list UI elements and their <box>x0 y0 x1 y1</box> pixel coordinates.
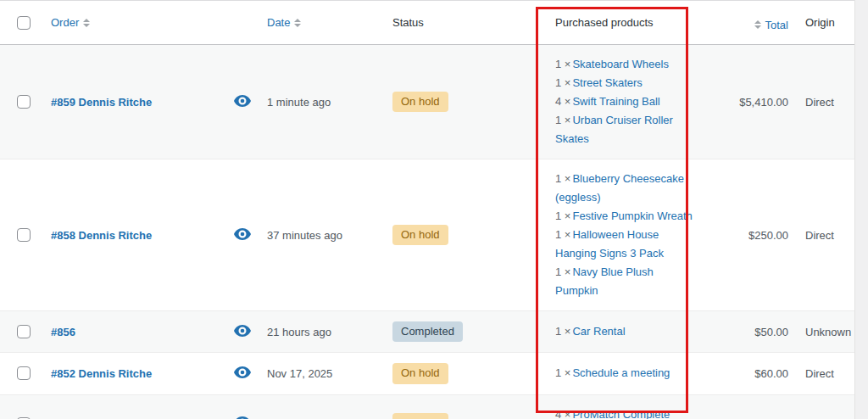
order-date: 37 minutes ago <box>259 159 381 311</box>
preview-eye-icon[interactable] <box>234 228 251 240</box>
order-origin: Direct <box>795 45 854 159</box>
row-checkbox[interactable] <box>17 228 31 242</box>
order-origin: Direct <box>795 159 854 311</box>
product-qty: 1 × <box>555 76 570 89</box>
product-line: 1 ×Blueberry Cheesecake (eggless) <box>555 170 693 207</box>
product-line: 1 ×Street Skaters <box>555 74 693 92</box>
order-link[interactable]: #858 Dennis Ritche <box>51 229 152 242</box>
order-origin: Unknown <box>795 311 854 353</box>
select-all-checkbox[interactable] <box>17 16 31 30</box>
table-row: #856 21 hours ago Completed 1 ×Car Renta… <box>0 311 854 353</box>
order-total: $8,010.00 <box>716 394 795 419</box>
product-line: 4 ×Swift Training Ball <box>555 92 693 111</box>
product-qty: 4 × <box>555 408 570 419</box>
order-total: $60.00 <box>716 353 795 394</box>
column-header-date[interactable]: Date <box>267 16 301 29</box>
product-line: 1 ×Festive Pumpkin Wreath <box>555 207 693 226</box>
product-link[interactable]: Festive Pumpkin Wreath <box>572 210 692 222</box>
row-checkbox[interactable] <box>17 325 31 338</box>
product-qty: 1 × <box>555 114 570 126</box>
order-date: Nov 17, 2025 <box>259 394 381 419</box>
table-row: #859 Dennis Ritche 1 minute ago On hold … <box>0 45 854 159</box>
orders-table: Order Date Status Purchased products <box>0 0 854 419</box>
order-origin: Direct <box>795 353 854 394</box>
column-header-order[interactable]: Order <box>51 16 90 29</box>
order-total: $5,410.00 <box>716 45 795 159</box>
column-header-purchased-products: Purchased products <box>542 1 716 45</box>
product-line: 1 ×Skateboard Wheels <box>555 55 693 74</box>
orders-page: Order Date Status Purchased products <box>0 0 868 419</box>
product-list: 1 ×Skateboard Wheels 1 ×Street Skaters 4… <box>555 55 693 148</box>
product-qty: 1 × <box>555 228 570 241</box>
column-header-total-label: Total <box>765 19 788 31</box>
product-link[interactable]: Skateboard Wheels <box>572 58 668 70</box>
product-line: 1 ×Navy Blue Plush Pumpkin <box>555 263 693 300</box>
product-list: 1 ×Schedule a meeting <box>555 364 693 383</box>
row-checkbox[interactable] <box>17 95 31 109</box>
table-header-row: Order Date Status Purchased products <box>0 1 854 45</box>
order-date: 1 minute ago <box>259 45 381 159</box>
product-list: 1 ×Car Rental <box>555 322 693 341</box>
product-qty: 1 × <box>555 265 570 278</box>
product-line: 4 ×ProMatch Complete Football Kit <box>555 405 693 419</box>
preview-eye-icon[interactable] <box>234 95 251 107</box>
table-row: #858 Dennis Ritche 37 minutes ago On hol… <box>0 159 854 311</box>
product-qty: 1 × <box>555 210 570 222</box>
product-line: 1 ×Schedule a meeting <box>555 364 693 383</box>
order-total: $250.00 <box>716 159 795 311</box>
status-badge: On hold <box>392 363 448 383</box>
product-link[interactable]: Blueberry Cheesecake (eggless) <box>555 172 684 204</box>
product-qty: 1 × <box>555 325 570 338</box>
column-header-origin: Origin <box>795 1 854 45</box>
sort-arrows-icon <box>294 19 301 27</box>
order-date: Nov 17, 2025 <box>259 353 381 394</box>
scrollbar-track[interactable] <box>854 0 868 419</box>
order-date: 21 hours ago <box>259 311 381 353</box>
order-link[interactable]: #856 <box>51 326 75 338</box>
product-link[interactable]: Street Skaters <box>572 76 642 89</box>
product-list: 4 ×ProMatch Complete Football Kit <box>555 405 693 419</box>
order-origin: Direct <box>795 394 854 419</box>
column-header-total[interactable]: Total <box>754 19 788 31</box>
preview-eye-icon[interactable] <box>234 366 251 378</box>
order-link[interactable]: #852 Dennis Ritche <box>51 367 152 380</box>
column-header-preview <box>227 1 259 45</box>
status-badge: On hold <box>392 413 448 419</box>
product-line: 1 ×Urban Cruiser Roller Skates <box>555 111 693 148</box>
sort-arrows-icon <box>754 20 761 29</box>
preview-eye-icon[interactable] <box>234 325 251 337</box>
column-header-date-label: Date <box>267 16 290 29</box>
table-row: #851 Dennis Ritche Nov 17, 2025 On hold … <box>0 394 854 419</box>
column-header-status: Status <box>381 1 542 45</box>
order-link[interactable]: #859 Dennis Ritche <box>51 96 152 109</box>
product-qty: 1 × <box>555 58 570 70</box>
product-qty: 4 × <box>555 95 570 108</box>
status-badge: On hold <box>392 225 448 245</box>
sort-arrows-icon <box>83 19 90 27</box>
product-link[interactable]: Swift Training Ball <box>572 95 659 108</box>
product-link[interactable]: Halloween House Hanging Signs 3 Pack <box>555 228 664 260</box>
product-line: 1 ×Halloween House Hanging Signs 3 Pack <box>555 226 693 263</box>
product-list: 1 ×Blueberry Cheesecake (eggless) 1 ×Fes… <box>555 170 693 300</box>
row-checkbox[interactable] <box>17 366 31 380</box>
table-row: #852 Dennis Ritche Nov 17, 2025 On hold … <box>0 353 854 394</box>
product-link[interactable]: ProMatch Complete Football Kit <box>555 408 670 419</box>
product-qty: 1 × <box>555 366 570 379</box>
product-link[interactable]: Urban Cruiser Roller Skates <box>555 114 673 145</box>
product-line: 1 ×Car Rental <box>555 322 693 341</box>
product-link[interactable]: Schedule a meeting <box>572 366 670 379</box>
status-badge: Completed <box>392 321 463 342</box>
product-link[interactable]: Car Rental <box>572 325 625 338</box>
column-header-order-label: Order <box>51 16 79 29</box>
status-badge: On hold <box>392 92 448 112</box>
order-total: $50.00 <box>716 311 795 353</box>
product-qty: 1 × <box>555 172 570 185</box>
